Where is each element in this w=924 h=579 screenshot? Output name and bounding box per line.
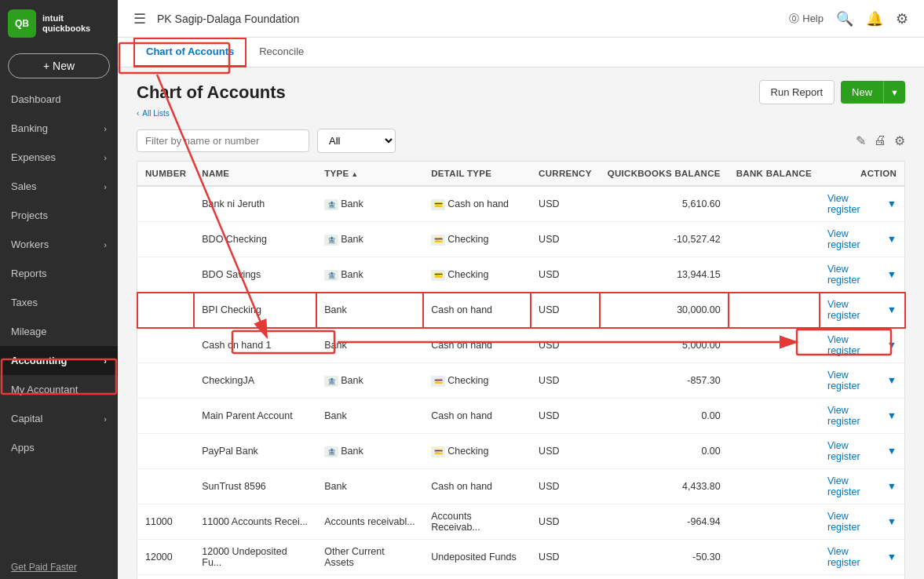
cell-name: Main Parent Account [194,399,316,434]
col-type[interactable]: TYPE [316,162,423,187]
settings-table-icon[interactable]: ⚙ [894,133,905,148]
nav-taxes[interactable]: Taxes [0,288,118,317]
nav-projects[interactable]: Projects [0,201,118,230]
nav-sales[interactable]: Sales › [0,172,118,201]
nav-expenses[interactable]: Expenses › [0,143,118,172]
quickbooks-logo: QB [8,9,36,38]
tab-chart-of-accounts[interactable]: Chart of Accounts [133,38,247,67]
view-register-link[interactable]: View register [827,193,884,215]
sidebar: QB intuitquickbooks + New Dashboard Bank… [0,0,118,579]
action-dropdown-icon[interactable]: ▼ [887,446,897,457]
settings-icon[interactable]: ⚙ [896,10,908,27]
table-row: PayPal Bank 🏦Bank 💳Checking USD 0.00 Vie… [137,434,905,469]
accounts-table: NUMBER NAME TYPE DETAIL TYPE CURRENCY QU… [137,161,905,579]
action-dropdown-icon[interactable]: ▼ [887,410,897,421]
bank-icon: 🏦 [324,270,338,281]
cell-name: BDO Savings [194,257,316,293]
action-dropdown-icon[interactable]: ▼ [887,198,897,209]
search-icon[interactable]: 🔍 [836,10,853,27]
nav-capital[interactable]: Capital › [0,404,118,433]
cell-detail-type: Undeposited Funds [423,540,531,575]
cell-currency: USD [531,469,600,504]
nav-banking[interactable]: Banking › [0,114,118,143]
nav-mileage[interactable]: Mileage [0,317,118,346]
cell-number [137,328,195,363]
nav-apps[interactable]: Apps [0,433,118,462]
print-icon[interactable]: 🖨 [874,133,886,148]
cell-type: 🏦Bank [316,186,423,222]
cell-currency: USD [531,363,600,399]
cell-type: 🏦Bank [316,257,423,293]
new-button[interactable]: + New [8,53,110,78]
tab-reconcile[interactable]: Reconcile [247,38,316,67]
cell-action: View register ▼ [820,293,905,328]
cell-currency: USD [531,328,600,363]
nav-workers[interactable]: Workers › [0,230,118,259]
cell-number [137,469,195,504]
cell-qb-balance: -10,527.42 [600,222,729,257]
action-dropdown-icon[interactable]: ▼ [887,375,897,386]
edit-icon[interactable]: ✎ [856,133,866,148]
cell-currency: USD [531,540,600,575]
action-dropdown-icon[interactable]: ▼ [887,269,897,280]
cell-currency: USD [531,257,600,293]
content-area: Chart of Accounts Run Report New ▼ ‹ All… [118,67,924,579]
cell-detail-type: Cash on hand [423,328,531,363]
type-select[interactable]: All Assets Liabilities Equity Income Exp… [317,129,396,153]
action-dropdown-icon[interactable]: ▼ [887,481,897,492]
nav-dashboard[interactable]: Dashboard [0,85,118,114]
view-register-link[interactable]: View register [827,475,884,497]
hamburger-icon[interactable]: ☰ [133,10,146,27]
view-register-link[interactable]: View register [827,334,884,356]
cell-bank-balance [729,222,820,257]
col-action: ACTION [820,162,905,187]
cell-action: View register ▼ [820,575,905,580]
new-main-button[interactable]: New [841,81,883,104]
cell-bank-balance [729,186,820,222]
page-header: Chart of Accounts Run Report New ▼ [137,80,905,104]
cell-type: Bank [316,469,423,504]
view-register-link[interactable]: View register [827,405,884,427]
cell-detail-type: Cash on hand [423,399,531,434]
nav-reports[interactable]: Reports [0,259,118,288]
action-dropdown-icon[interactable]: ▼ [887,516,897,527]
nav-accounting[interactable]: Accounting › [0,346,118,375]
nav-my-accountant[interactable]: My Accountant [0,375,118,404]
cell-bank-balance [729,293,820,328]
cell-type: Other Current Assets [316,575,423,580]
view-register-link[interactable]: View register [827,228,884,250]
cell-bank-balance [729,399,820,434]
cell-number [137,186,195,222]
action-dropdown-icon[interactable]: ▼ [887,552,897,563]
view-register-link[interactable]: View register [827,370,884,391]
cell-action: View register ▼ [820,434,905,469]
cell-currency: USD [531,399,600,434]
notifications-icon[interactable]: 🔔 [866,10,883,27]
view-register-link[interactable]: View register [827,264,884,286]
table-body: Bank ni Jeruth 🏦Bank 💳Cash on hand USD 5… [137,186,905,579]
detail-icon: 💳 [431,235,445,246]
action-dropdown-icon[interactable]: ▼ [887,234,897,245]
cell-currency: USD [531,575,600,580]
cell-bank-balance [729,504,820,540]
run-report-button[interactable]: Run Report [759,80,835,104]
action-dropdown-icon[interactable]: ▼ [887,304,897,315]
view-register-link[interactable]: View register [827,299,884,321]
cell-bank-balance [729,257,820,293]
sidebar-bottom: Get Paid Faster [0,555,118,579]
filter-input[interactable] [137,129,309,152]
all-lists-link[interactable]: ‹ All Lists [137,109,905,118]
view-register-link[interactable]: View register [827,440,884,462]
cell-type: Accounts receivabl... [316,504,423,540]
chevron-right-icon: › [104,414,107,424]
cell-type: 🏦Bank [316,363,423,399]
help-button[interactable]: ⓪ Help [789,12,824,26]
bank-icon: 🏦 [324,376,338,387]
company-name: PK Sagip-Dalaga Foundation [157,13,299,25]
view-register-link[interactable]: View register [827,511,884,533]
new-dropdown-button[interactable]: ▼ [883,81,905,104]
view-register-link[interactable]: View register [827,546,884,568]
action-dropdown-icon[interactable]: ▼ [887,340,897,351]
cell-number [137,293,195,328]
get-paid-faster-link[interactable]: Get Paid Faster [0,555,118,579]
